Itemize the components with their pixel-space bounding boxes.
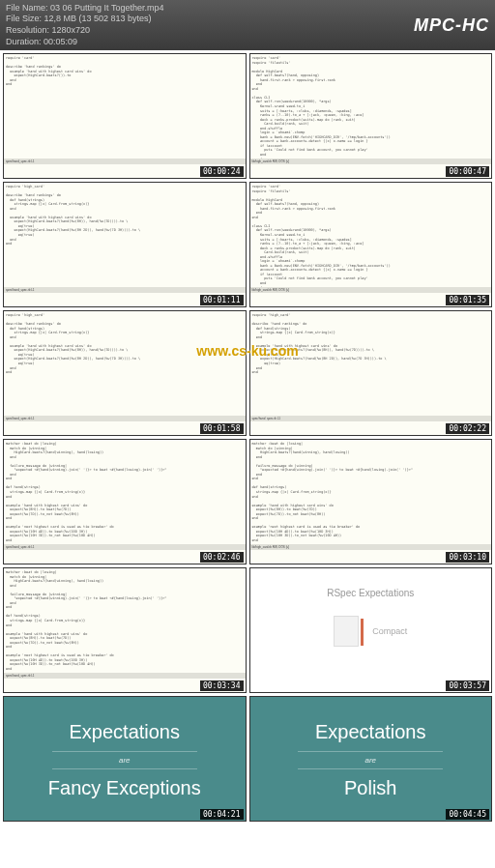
timestamp: 00:01:35 — [446, 295, 489, 305]
editor-status: spec/hand_spec.rb L1 — [4, 287, 246, 293]
thumb-7[interactable]: matcher :beat do |losing| match do |winn… — [3, 439, 247, 564]
divider — [298, 768, 443, 769]
thumb-2[interactable]: require 'card' require 'fileutils' modul… — [249, 53, 493, 179]
timestamp: 00:04:45 — [446, 809, 489, 820]
code-content: matcher :beat do |losing| match do |winn… — [4, 568, 246, 674]
thumb-1[interactable]: require 'card' describe 'hand rankings' … — [3, 53, 247, 179]
slide-subtitle: Compact — [372, 626, 407, 636]
filesize-label: File Size: — [6, 14, 42, 23]
editor-status: spec/hand_spec.rb L1 — [4, 416, 246, 421]
timestamp: 00:03:10 — [446, 552, 489, 563]
slide-title: RSpec Expectations — [250, 588, 492, 598]
slide-mid: are — [119, 756, 131, 765]
thumb-9[interactable]: matcher :beat do |losing| match do |winn… — [3, 567, 247, 693]
slide-subheading: Fancy Exceptions — [48, 777, 201, 799]
thumb-10[interactable]: RSpec Expectations Compact 00:03:57 — [249, 567, 493, 693]
player-header: File Name: 03 06 Putting It Together.mp4… — [0, 0, 495, 50]
code-content: require 'card' require 'fileutils' modul… — [250, 54, 492, 168]
resolution-label: Resolution: — [6, 25, 49, 35]
editor-status: lib/high_card.rb RW, DOS [s] — [250, 544, 492, 550]
editor-status: spec/hand_spec.rb L1 — [4, 544, 246, 550]
app-logo: MPC-HC — [414, 15, 489, 36]
timestamp: 00:00:24 — [200, 166, 244, 177]
thumb-4[interactable]: require 'card' require 'fileutils' modul… — [249, 182, 493, 307]
timestamp: 00:03:57 — [446, 680, 489, 691]
slide-subheading: Polish — [344, 777, 396, 799]
thumb-11[interactable]: Expectations are Fancy Exceptions 00:04:… — [3, 696, 247, 822]
code-content: require 'card' require 'fileutils' modul… — [250, 183, 492, 297]
editor-status: lib/high_card.rb RW, DOS [s] — [250, 287, 492, 293]
thumb-12[interactable]: Expectations are Polish 00:04:45 — [249, 696, 493, 822]
code-content: require 'card' describe 'hand rankings' … — [4, 54, 246, 89]
timestamp: 00:01:11 — [200, 295, 244, 305]
thumb-5[interactable]: require 'high_card' describe 'hand ranki… — [3, 310, 247, 436]
resolution-value: 1280x720 — [52, 25, 91, 35]
code-content: matcher :beat do |losing| match do |winn… — [250, 440, 492, 545]
thumbnail-grid: require 'card' describe 'hand rankings' … — [0, 50, 495, 825]
rspec-slide: RSpec Expectations Compact — [250, 568, 492, 693]
timestamp: 00:02:22 — [446, 423, 489, 434]
teal-slide: Expectations are Polish — [250, 697, 492, 822]
thumb-6[interactable]: require 'high_card' describe 'hand ranki… — [249, 310, 493, 436]
thumb-3[interactable]: require 'high_card' describe 'hand ranki… — [3, 182, 247, 307]
timestamp: 00:02:46 — [200, 552, 244, 563]
filename-value: 03 06 Putting It Together.mp4 — [50, 3, 163, 13]
divider — [52, 768, 197, 769]
code-content: require 'high_card' describe 'hand ranki… — [4, 183, 246, 248]
watermark: www.cs-ku.com — [196, 343, 298, 359]
timestamp: 00:00:47 — [446, 166, 489, 177]
filesize-value: 12,8 MB (13 502 813 bytes) — [44, 14, 152, 23]
thumb-8[interactable]: matcher :beat do |losing| match do |winn… — [249, 439, 493, 564]
file-info: File Name: 03 06 Putting It Together.mp4… — [6, 3, 163, 48]
duration-label: Duration: — [6, 37, 42, 46]
timestamp: 00:03:34 — [200, 680, 244, 691]
timestamp: 00:04:21 — [200, 809, 244, 820]
editor-status: spec/hand_spec.rb L1 — [4, 159, 246, 164]
checklist-icon — [334, 616, 359, 647]
slide-mid: are — [364, 756, 376, 765]
slide-heading: Expectations — [315, 721, 426, 743]
pencil-icon — [361, 619, 364, 646]
code-content: matcher :beat do |losing| match do |winn… — [4, 440, 246, 545]
teal-slide: Expectations are Fancy Exceptions — [4, 697, 246, 822]
editor-status: lib/high_card.rb RW, DOS [s] — [250, 159, 492, 164]
filename-label: File Name: — [6, 3, 48, 13]
slide-heading: Expectations — [69, 721, 180, 743]
editor-status: spec/hand_spec.rb L1 — [250, 416, 492, 421]
duration-value: 00:05:09 — [44, 37, 77, 46]
divider — [298, 751, 443, 752]
divider — [52, 751, 197, 752]
editor-status: spec/hand_spec.rb L1 — [4, 673, 246, 679]
timestamp: 00:01:58 — [200, 423, 244, 434]
